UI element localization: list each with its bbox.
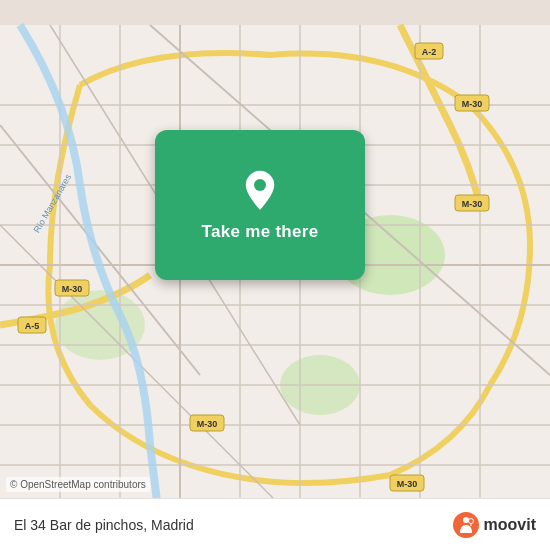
place-name: El 34 Bar de pinchos, Madrid: [14, 517, 194, 533]
moovit-icon: [452, 511, 480, 539]
moovit-logo: moovit: [452, 511, 536, 539]
moovit-text: moovit: [484, 516, 536, 534]
svg-text:M-30: M-30: [462, 99, 483, 109]
location-pin-icon: [238, 168, 282, 212]
take-me-there-button-label: Take me there: [202, 222, 319, 242]
svg-point-41: [254, 179, 266, 191]
map-container: M-30 M-30 M-30 M-30 M-30 A-5 A-2 Río Man…: [0, 0, 550, 550]
svg-text:M-30: M-30: [197, 419, 218, 429]
bottom-bar: El 34 Bar de pinchos, Madrid moovit: [0, 498, 550, 550]
svg-text:M-30: M-30: [397, 479, 418, 489]
svg-text:M-30: M-30: [62, 284, 83, 294]
svg-point-43: [463, 517, 469, 523]
svg-text:A-2: A-2: [422, 47, 437, 57]
svg-text:A-5: A-5: [25, 321, 40, 331]
svg-text:M-30: M-30: [462, 199, 483, 209]
svg-point-44: [468, 518, 473, 523]
osm-attribution: © OpenStreetMap contributors: [6, 477, 150, 492]
take-me-there-card[interactable]: Take me there: [155, 130, 365, 280]
